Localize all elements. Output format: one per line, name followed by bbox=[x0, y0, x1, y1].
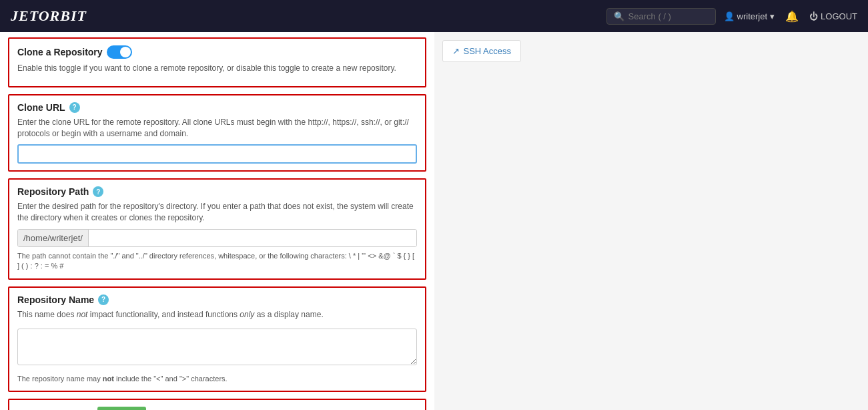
repo-name-textarea[interactable] bbox=[17, 329, 417, 365]
external-link-icon: ↗ bbox=[452, 46, 460, 56]
repo-path-title: Repository Path ? bbox=[17, 186, 417, 197]
clone-url-title: Clone URL ? bbox=[17, 102, 417, 113]
clone-section-desc: Enable this toggle if you want to clone … bbox=[17, 63, 417, 74]
repo-name-hint-part1: The repository name may bbox=[17, 375, 103, 383]
user-menu[interactable]: 👤 writerjet ▾ bbox=[724, 11, 775, 21]
clone-url-section: Clone URL ? Enter the clone URL for the … bbox=[8, 94, 426, 172]
clone-url-title-text: Clone URL bbox=[17, 102, 65, 113]
repo-name-title: Repository Name ? bbox=[17, 294, 417, 305]
repo-path-hint: The path cannot contain the "./" and "..… bbox=[17, 251, 417, 272]
user-icon: 👤 bbox=[724, 11, 735, 21]
page-layout: Clone a Repository Enable this toggle if… bbox=[0, 32, 868, 410]
search-bar[interactable]: 🔍 bbox=[606, 8, 716, 25]
search-icon: 🔍 bbox=[614, 11, 624, 21]
main-content: Clone a Repository Enable this toggle if… bbox=[0, 32, 434, 410]
username-label: writerjet bbox=[737, 11, 768, 21]
repo-name-desc-italic2: only bbox=[240, 310, 254, 319]
logout-label: LOGOUT bbox=[821, 11, 857, 21]
clone-url-help-icon[interactable]: ? bbox=[69, 102, 80, 113]
repo-path-help-icon[interactable]: ? bbox=[93, 186, 103, 197]
clone-url-input[interactable] bbox=[17, 144, 417, 164]
repo-name-desc-part1: This name does bbox=[17, 310, 77, 319]
repo-name-hint-part2: include the "<" and ">" characters. bbox=[114, 375, 228, 383]
repo-path-section: Repository Path ? Enter the desired path… bbox=[8, 178, 426, 279]
ssh-access-label: SSH Access bbox=[464, 46, 512, 56]
repo-name-desc-part2: impact functionality, and instead functi… bbox=[87, 310, 240, 319]
ssh-access-link[interactable]: ↗ SSH Access bbox=[442, 40, 522, 62]
clone-repository-section: Clone a Repository Enable this toggle if… bbox=[8, 37, 426, 87]
repo-name-hint: The repository name may not include the … bbox=[17, 374, 417, 384]
repo-path-title-text: Repository Path bbox=[17, 186, 89, 197]
repo-path-row: /home/writerjet/ bbox=[17, 229, 417, 247]
repo-path-desc: Enter the desired path for the repositor… bbox=[17, 201, 417, 224]
repo-path-prefix: /home/writerjet/ bbox=[18, 230, 89, 246]
clone-title-text: Clone a Repository bbox=[17, 47, 103, 57]
clone-url-desc: Enter the clone URL for the remote repos… bbox=[17, 117, 417, 140]
toggle-slider bbox=[107, 45, 132, 59]
navbar: JETORBIT 🔍 👤 writerjet ▾ 🔔 ⏻ LOGOUT bbox=[0, 0, 868, 32]
action-bar: Create Another Create Return to Reposito… bbox=[8, 399, 426, 410]
logout-icon: ⏻ bbox=[809, 11, 818, 21]
repo-name-hint-bold: not bbox=[103, 375, 114, 383]
repo-name-desc: This name does not impact functionality,… bbox=[17, 309, 417, 321]
logout-button[interactable]: ⏻ LOGOUT bbox=[809, 11, 857, 21]
navbar-actions: 👤 writerjet ▾ 🔔 ⏻ LOGOUT bbox=[724, 10, 857, 23]
right-panel: ↗ SSH Access bbox=[434, 32, 869, 410]
brand-logo: JETORBIT bbox=[11, 7, 87, 25]
caret-down-icon: ▾ bbox=[770, 11, 775, 21]
repo-name-desc-part3: as a display name. bbox=[254, 310, 323, 319]
clone-section-title: Clone a Repository bbox=[17, 45, 417, 59]
create-button[interactable]: Create bbox=[97, 407, 145, 410]
repo-name-desc-italic1: not bbox=[77, 310, 88, 319]
repo-name-help-icon[interactable]: ? bbox=[98, 294, 109, 305]
clone-toggle[interactable] bbox=[107, 45, 132, 59]
repo-name-section: Repository Name ? This name does not imp… bbox=[8, 286, 426, 392]
search-input[interactable] bbox=[628, 11, 709, 21]
notifications-bell[interactable]: 🔔 bbox=[785, 10, 799, 23]
repo-name-title-text: Repository Name bbox=[17, 294, 94, 305]
repo-path-input[interactable] bbox=[89, 230, 416, 246]
